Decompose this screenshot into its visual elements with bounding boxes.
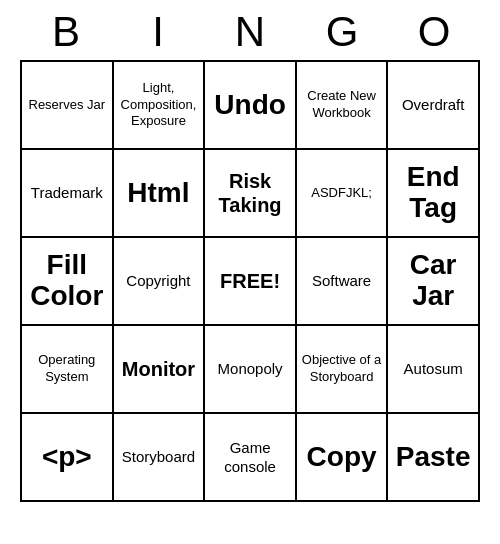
- cell-r4-c3[interactable]: Copy: [296, 413, 387, 501]
- cell-r4-c4[interactable]: Paste: [387, 413, 479, 501]
- title-i: I: [118, 8, 198, 56]
- cell-r0-c2[interactable]: Undo: [204, 61, 296, 149]
- cell-r4-c0[interactable]: <p>: [21, 413, 113, 501]
- cell-r3-c1[interactable]: Monitor: [113, 325, 205, 413]
- cell-r3-c2[interactable]: Monopoly: [204, 325, 296, 413]
- title-o: O: [394, 8, 474, 56]
- cell-r1-c2[interactable]: Risk Taking: [204, 149, 296, 237]
- cell-r2-c2[interactable]: FREE!: [204, 237, 296, 325]
- cell-r0-c0[interactable]: Reserves Jar: [21, 61, 113, 149]
- cell-r2-c1[interactable]: Copyright: [113, 237, 205, 325]
- cell-r1-c0[interactable]: Trademark: [21, 149, 113, 237]
- cell-r3-c3[interactable]: Objective of a Storyboard: [296, 325, 387, 413]
- cell-r2-c4[interactable]: Car Jar: [387, 237, 479, 325]
- cell-r1-c1[interactable]: Html: [113, 149, 205, 237]
- cell-r2-c3[interactable]: Software: [296, 237, 387, 325]
- cell-r3-c4[interactable]: Autosum: [387, 325, 479, 413]
- cell-r2-c0[interactable]: Fill Color: [21, 237, 113, 325]
- cell-r3-c0[interactable]: Operating System: [21, 325, 113, 413]
- cell-r0-c1[interactable]: Light, Composition, Exposure: [113, 61, 205, 149]
- bingo-title: B I N G O: [20, 0, 480, 60]
- cell-r4-c1[interactable]: Storyboard: [113, 413, 205, 501]
- title-g: G: [302, 8, 382, 56]
- cell-r0-c4[interactable]: Overdraft: [387, 61, 479, 149]
- bingo-grid: Reserves JarLight, Composition, Exposure…: [20, 60, 480, 502]
- cell-r4-c2[interactable]: Game console: [204, 413, 296, 501]
- title-b: B: [26, 8, 106, 56]
- cell-r0-c3[interactable]: Create New Workbook: [296, 61, 387, 149]
- title-n: N: [210, 8, 290, 56]
- cell-r1-c3[interactable]: ASDFJKL;: [296, 149, 387, 237]
- cell-r1-c4[interactable]: End Tag: [387, 149, 479, 237]
